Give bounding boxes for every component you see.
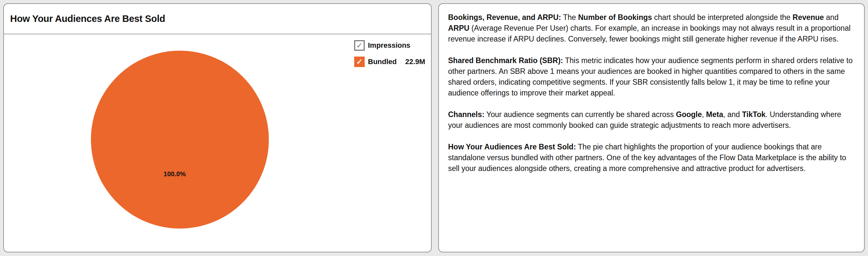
dashboard-page: { "left_panel": { "title": "How Your Aud… — [0, 0, 868, 256]
explanation-paragraph-2: Shared Benchmark Ratio (SBR): This metri… — [448, 55, 856, 98]
impressions-checkbox[interactable]: ✓ — [354, 40, 365, 51]
pie-chart-area: 100.0% ✓ Impressions ✓ Bundled 22.9M — [4, 34, 431, 251]
legend-item-bundled[interactable]: ✓ Bundled 22.9M — [354, 57, 425, 67]
explanation-panel: Bookings, Revenue, and ARPU: The Number … — [438, 3, 865, 252]
explanation-paragraph-3: Channels: Your audience segments can cur… — [448, 109, 856, 131]
explanation-paragraph-4: How Your Audiences Are Best Sold: The pi… — [448, 141, 856, 174]
bundled-impressions-value: 22.9M — [405, 58, 425, 66]
legend-item-impressions[interactable]: ✓ Impressions — [354, 40, 425, 51]
bundled-checkbox[interactable]: ✓ — [354, 57, 365, 67]
pie-chart-panel-header: How Your Audiences Are Best Sold — [4, 4, 431, 34]
chart-legend: ✓ Impressions ✓ Bundled 22.9M — [354, 40, 425, 73]
pie-chart-panel: How Your Audiences Are Best Sold 100.0% … — [3, 3, 432, 252]
pie-percentage-label: 100.0% — [163, 170, 186, 178]
pie-chart-panel-title: How Your Audiences Are Best Sold — [10, 13, 165, 24]
pie-chart[interactable]: 100.0% — [91, 51, 269, 228]
impressions-legend-label: Impressions — [368, 41, 410, 50]
check-icon: ✓ — [356, 57, 363, 66]
explanation-paragraph-1: Bookings, Revenue, and ARPU: The Number … — [448, 12, 856, 44]
check-icon: ✓ — [356, 41, 362, 50]
bundled-legend-label: Bundled — [368, 58, 397, 66]
explanation-text: Bookings, Revenue, and ARPU: The Number … — [439, 4, 864, 174]
